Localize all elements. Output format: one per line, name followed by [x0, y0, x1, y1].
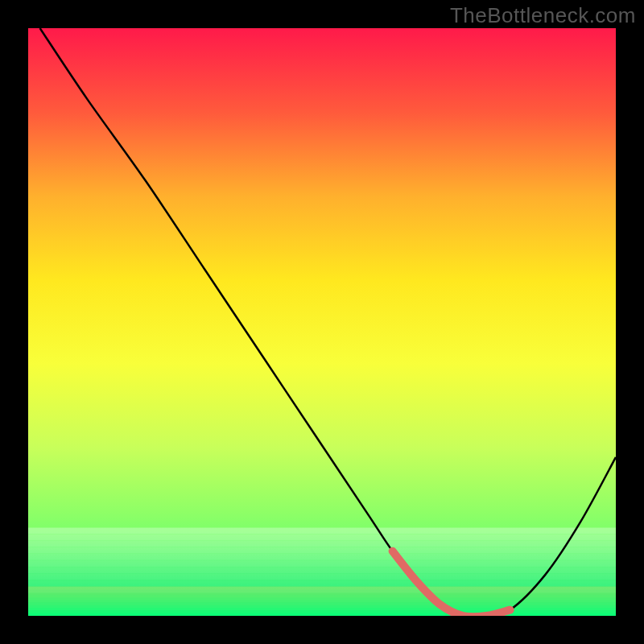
- chart-frame: TheBottleneck.com: [0, 0, 644, 644]
- svg-rect-8: [28, 608, 616, 611]
- svg-rect-6: [28, 602, 616, 605]
- plot-area: [28, 28, 616, 616]
- svg-rect-17: [28, 560, 616, 567]
- svg-rect-19: [28, 573, 616, 580]
- svg-rect-4: [28, 597, 616, 601]
- chart-svg: [28, 28, 616, 616]
- watermark-label: TheBottleneck.com: [450, 3, 636, 28]
- svg-rect-13: [28, 535, 616, 541]
- svg-rect-7: [28, 605, 616, 609]
- svg-rect-16: [28, 554, 616, 560]
- svg-rect-18: [28, 567, 616, 573]
- svg-rect-21: [28, 587, 616, 593]
- svg-rect-5: [28, 600, 616, 603]
- svg-rect-10: [28, 613, 616, 616]
- svg-rect-9: [28, 610, 616, 613]
- svg-rect-14: [28, 541, 616, 547]
- svg-rect-15: [28, 547, 616, 554]
- svg-rect-20: [28, 580, 616, 586]
- svg-rect-12: [28, 528, 616, 535]
